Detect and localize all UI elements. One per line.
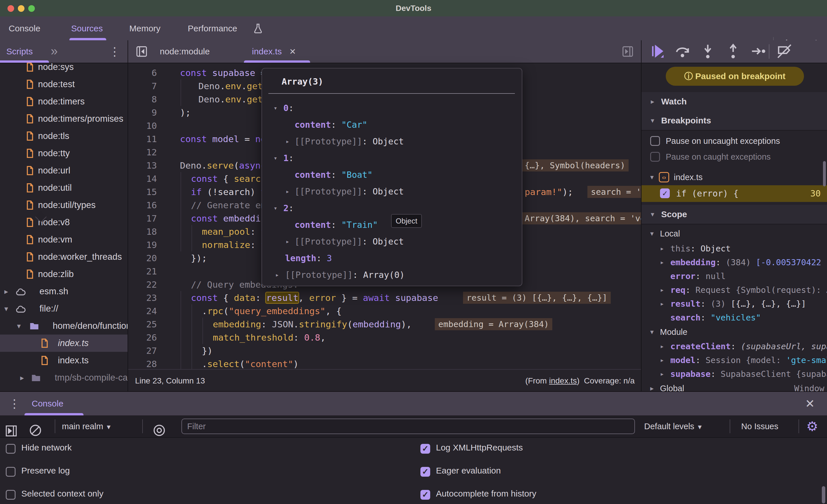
tree-caret-icon[interactable]: ▸ [660,256,664,269]
tree-caret-icon[interactable]: ▸ [651,92,654,111]
filter-input[interactable] [182,418,635,434]
file-tree-item[interactable]: node:tty [0,145,128,162]
line-number[interactable]: 6 [128,66,157,79]
tab-memory[interactable]: Memory [129,16,160,40]
line-number[interactable]: 17 [128,212,157,225]
tab-performance[interactable]: Performance [188,16,237,40]
line-number[interactable]: 13 [128,159,157,172]
step-into-icon[interactable] [699,43,717,60]
line-number[interactable]: 24 [128,304,157,318]
file-tree-item[interactable]: node:test [0,76,128,93]
line-number[interactable]: 19 [128,238,157,251]
file-tree-item[interactable]: node:sys [0,63,128,76]
scope-variable-row[interactable]: ▸this: Object [641,242,827,256]
tree-caret-icon[interactable]: ▸ [286,135,289,148]
tree-caret-icon[interactable]: ▸ [660,242,664,256]
right-panel-scrollbar[interactable] [823,161,826,186]
tree-caret-icon[interactable]: ▸ [660,297,664,311]
tree-caret-icon[interactable]: ▸ [286,185,289,198]
section-local[interactable]: ▾Local [641,227,827,240]
context-selector[interactable]: main realm ▼ [62,415,112,437]
tree-caret-icon[interactable]: ▸ [660,339,664,353]
scope-variable-row[interactable]: ▸createClient: (supabaseUrl, supabaseKey… [641,339,827,353]
line-number[interactable]: 25 [128,318,157,331]
file-tree-item[interactable]: index.ts [0,335,128,352]
step-over-icon[interactable] [674,43,691,60]
tree-caret-icon[interactable]: ▾ [274,202,277,215]
tree-caret-icon[interactable]: ▸ [275,269,279,281]
file-tree-item[interactable]: ▾file:// [0,300,128,317]
console-kebab-icon[interactable]: ⋮ [9,397,20,410]
scope-variable-row[interactable]: search: "vehicles" [641,311,827,325]
scope-variable-row[interactable]: ▸model: Session {model: 'gte-small'… [641,353,827,367]
deactivate-breakpoints-icon[interactable] [776,43,793,60]
from-file-link[interactable]: index.ts [549,376,577,385]
tree-caret-icon[interactable]: ▸ [660,367,664,381]
file-tree-item[interactable]: node:timers/promises [0,110,128,127]
checkbox-unchecked[interactable] [650,152,660,162]
line-number[interactable]: 18 [128,225,157,238]
tab-scripts[interactable]: Scripts [6,40,33,63]
checkbox-unchecked[interactable] [6,444,15,454]
sidebar-kebab-icon[interactable]: ⋮ [109,40,120,63]
step-out-icon[interactable] [725,43,742,60]
line-number[interactable]: 26 [128,331,157,344]
double-chevron-icon[interactable]: » [51,40,58,62]
tree-caret-icon[interactable]: ▾ [274,102,277,114]
file-tree-item[interactable]: node:worker_threads [0,248,128,266]
checkbox-checked[interactable]: ✓ [421,444,430,454]
code-line[interactable]: 27}) [128,344,641,357]
file-tree-item[interactable]: node:v8 [0,214,128,231]
line-number[interactable]: 8 [128,93,157,106]
line-number[interactable]: 27 [128,344,157,357]
checkbox-checked[interactable]: ✓ [421,490,430,500]
line-number[interactable]: 28 [128,357,157,369]
line-number[interactable]: 7 [128,79,157,93]
checkbox-unchecked[interactable] [650,136,660,146]
issues-counter[interactable]: No Issues [741,415,778,437]
file-tree-item[interactable]: index.ts [0,352,128,369]
line-number[interactable]: 15 [128,185,157,199]
resume-icon[interactable] [648,43,666,60]
file-tree-item[interactable]: node:util [0,179,128,197]
line-number[interactable]: 12 [128,146,157,159]
tab-console[interactable]: Console [9,16,40,40]
code-line[interactable]: 26match_threshold: 0.8, [128,331,641,344]
console-scrollbar[interactable] [822,486,825,503]
line-number[interactable]: 20 [128,251,157,265]
scope-variable-row[interactable]: ▸result: (3) [{…}, {…}, {…}] [641,297,827,311]
line-number[interactable]: 9 [128,106,157,119]
code-line[interactable]: 28.select("content") [128,357,641,369]
section-watch[interactable]: ▸Watch [641,92,827,112]
code-line[interactable]: 24.rpc("query_embeddings", { [128,304,641,318]
exception-checkbox-row[interactable]: Pause on uncaught exceptions [641,134,827,148]
scope-variable-row[interactable]: error: null [641,269,827,283]
file-tree-item[interactable]: node:timers [0,93,128,110]
section-module[interactable]: ▾Module [641,325,827,339]
scope-variable-row[interactable]: ▸embedding: (384) [-0.005370422 [641,256,827,269]
tab-sources[interactable]: Sources [71,16,103,40]
exception-checkbox-row[interactable]: Pause on caught exceptions [641,150,827,164]
tree-caret-icon[interactable]: ▾ [274,152,277,165]
section-scope[interactable]: ▾Scope [641,205,827,224]
line-number[interactable]: 22 [128,278,157,291]
checkbox-checked[interactable]: ✓ [421,467,430,477]
checkbox-unchecked[interactable] [6,490,15,500]
log-levels-dropdown[interactable]: Default levels ▼ [644,415,703,437]
line-number[interactable]: 11 [128,132,157,146]
file-tree-item[interactable]: node:tls [0,127,128,145]
checkbox-unchecked[interactable] [6,467,15,477]
line-number[interactable]: 23 [128,291,157,304]
section-breakpoints[interactable]: ▾Breakpoints [641,111,827,130]
tree-caret-icon[interactable]: ▾ [650,325,654,339]
file-tree-item[interactable]: node:util/types [0,197,128,214]
file-tree-item[interactable]: ▸esm.sh [0,283,128,300]
close-console-icon[interactable]: ✕ [805,392,815,415]
line-number[interactable]: 16 [128,199,157,212]
line-number[interactable]: 14 [128,172,157,185]
tree-caret-icon[interactable]: ▸ [660,353,664,367]
line-number[interactable]: 21 [128,265,157,278]
scope-variable-row[interactable]: ▸supabase: SupabaseClient {supabaseUrl… [641,367,827,381]
tree-caret-icon[interactable]: ▾ [651,205,654,224]
tree-caret-icon[interactable]: ▸ [660,283,664,297]
